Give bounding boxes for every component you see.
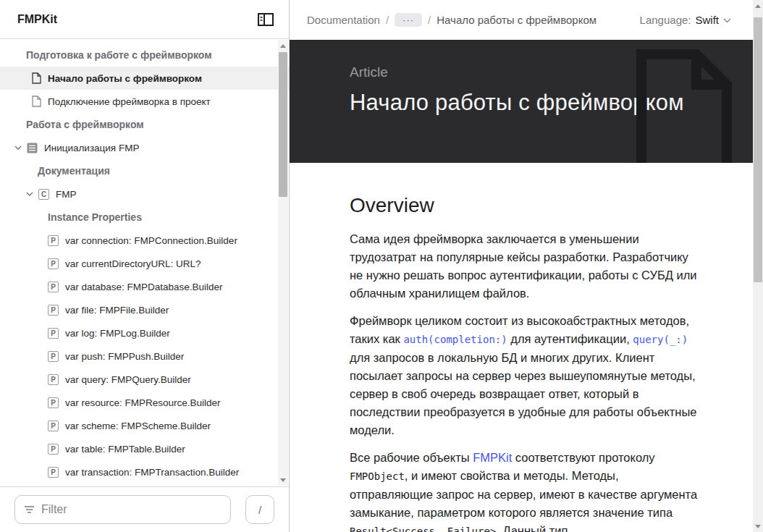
sidebar-item[interactable]: Начало работы с фреймворком bbox=[0, 67, 289, 90]
language-value: Swift bbox=[695, 14, 719, 26]
property-badge-icon: P bbox=[48, 421, 59, 431]
filter-shortcut-key[interactable]: / bbox=[245, 495, 274, 524]
sidebar-section-header: Работа с фреймворком bbox=[0, 113, 289, 136]
sidebar-item-label: var file: FMPFile.Builder bbox=[65, 305, 169, 316]
sidebar-nav: Подготовка к работе с фреймворкомНачало … bbox=[0, 39, 289, 486]
article-body: Сама идея фреймворка заключается в умень… bbox=[350, 230, 699, 532]
breadcrumb-separator: / bbox=[386, 14, 389, 26]
sidebar: FMPKit Подготовка к работе с фреймворком… bbox=[0, 0, 290, 532]
breadcrumb-documentation[interactable]: Documentation bbox=[307, 14, 380, 26]
scroll-up-arrow-icon[interactable] bbox=[278, 40, 288, 51]
sidebar-item[interactable]: Pvar database: FMPDatabase.Builder bbox=[0, 275, 289, 298]
filter-icon bbox=[24, 505, 35, 514]
filter-input-box[interactable] bbox=[14, 495, 231, 524]
sidebar-item[interactable]: Pvar currentDirectoryURL: URL? bbox=[0, 252, 289, 275]
topbar: Documentation / ··· / Начало работы с фр… bbox=[290, 0, 763, 40]
breadcrumb-ellipsis-button[interactable]: ··· bbox=[395, 13, 422, 27]
document-watermark-icon bbox=[634, 48, 734, 163]
property-badge-icon: P bbox=[48, 328, 59, 339]
article-paragraph: Фреймворк целиком состоит из высокоабстр… bbox=[350, 312, 699, 439]
chevron-down-icon bbox=[14, 145, 22, 150]
chevron-down-icon bbox=[26, 192, 33, 196]
property-badge-icon: P bbox=[48, 444, 59, 455]
filter-input[interactable] bbox=[41, 503, 222, 516]
sidebar-item[interactable]: Pvar connection: FMPConnection.Builder bbox=[0, 229, 289, 252]
code-symbol-link[interactable]: auth(completion:) bbox=[403, 334, 507, 345]
sidebar-scrollbar[interactable] bbox=[278, 40, 288, 486]
article-paragraph: Все рабочие объекты FMPKit соответствуют… bbox=[350, 449, 699, 532]
scroll-up-arrow-icon[interactable] bbox=[753, 0, 763, 12]
property-badge-icon: P bbox=[48, 374, 59, 385]
sidebar-section-header: Instance Properties bbox=[0, 206, 289, 229]
sidebar-section-header: Подготовка к работе с фреймворком bbox=[0, 43, 289, 67]
sidebar-item-label: var push: FMPPush.Builder bbox=[65, 351, 184, 362]
text-run: для запросов в локальную БД и многих дру… bbox=[350, 351, 696, 436]
sidebar-item-label: var connection: FMPConnection.Builder bbox=[65, 235, 237, 246]
framework-title[interactable]: FMPKit bbox=[17, 13, 57, 26]
sidebar-item[interactable]: Инициализация FMP bbox=[0, 136, 289, 159]
main-scrollbar-thumb[interactable] bbox=[754, 17, 762, 282]
sidebar-item-label: Инициализация FMP bbox=[44, 143, 139, 153]
sidebar-header: FMPKit bbox=[0, 0, 289, 39]
inline-code: Result<Success, Failure> bbox=[350, 525, 496, 532]
sidebar-section-header: Документация bbox=[0, 159, 289, 182]
sidebar-item[interactable]: Pvar query: FMPQuery.Builder bbox=[0, 368, 289, 391]
framework-link[interactable]: FMPKit bbox=[473, 451, 512, 464]
sidebar-item-label: var database: FMPDatabase.Builder bbox=[65, 282, 223, 292]
sidebar-item-label: var scheme: FMPScheme.Builder bbox=[65, 421, 211, 431]
doc-icon bbox=[32, 72, 41, 84]
filter-bar: / bbox=[0, 486, 289, 532]
main-content: Documentation / ··· / Начало работы с фр… bbox=[290, 0, 763, 532]
inline-code: FMPObject bbox=[350, 470, 405, 482]
property-badge-icon: P bbox=[48, 305, 59, 316]
scroll-down-arrow-icon[interactable] bbox=[278, 474, 288, 486]
sidebar-item[interactable]: Pvar push: FMPPush.Builder bbox=[0, 345, 289, 368]
code-symbol-link[interactable]: query(_:) bbox=[633, 334, 688, 345]
article-paragraph: Сама идея фреймворка заключается в умень… bbox=[350, 230, 699, 303]
text-run: Все рабочие объекты bbox=[350, 451, 473, 464]
scroll-down-arrow-icon[interactable] bbox=[753, 520, 763, 532]
breadcrumb: Documentation / ··· / Начало работы с фр… bbox=[307, 13, 597, 27]
language-selector[interactable]: Language: Swift bbox=[640, 14, 731, 26]
app-window: FMPKit Подготовка к работе с фреймворком… bbox=[0, 0, 763, 532]
sidebar-item[interactable]: Pvar table: FMPTable.Builder bbox=[0, 437, 289, 460]
sidebar-item-label: Подключение фреймворка в проект bbox=[48, 96, 211, 107]
text-run: . Данный тип bbox=[496, 524, 568, 532]
property-badge-icon: P bbox=[48, 351, 59, 362]
property-badge-icon: P bbox=[48, 397, 59, 408]
sidebar-item-label: var currentDirectoryURL: URL? bbox=[65, 258, 201, 269]
sidebar-item[interactable]: Pvar log: FMPLog.Builder bbox=[0, 321, 289, 345]
article-section: Overview Сама идея фреймворка заключаетс… bbox=[290, 163, 753, 532]
overview-heading: Overview bbox=[350, 194, 753, 217]
main-scrollbar[interactable] bbox=[753, 0, 763, 532]
language-label: Language: bbox=[640, 14, 691, 26]
sidebar-item-label: FMP bbox=[56, 189, 77, 200]
article-hero: Article Начало работы с фреймворком bbox=[290, 40, 753, 163]
sidebar-item[interactable]: Подключение фреймворка в проект bbox=[0, 90, 289, 113]
property-badge-icon: P bbox=[48, 282, 59, 292]
class-badge-icon: C bbox=[38, 189, 49, 200]
sidebar-item[interactable]: Pvar resource: FMPResource.Builder bbox=[0, 391, 289, 414]
sidebar-item-label: var transaction: FMPTransaction.Builder bbox=[65, 467, 239, 478]
property-badge-icon: P bbox=[48, 235, 59, 246]
sidebar-toggle-button[interactable] bbox=[257, 12, 274, 28]
sidebar-item[interactable]: CFMP bbox=[0, 182, 289, 206]
breadcrumb-separator: / bbox=[428, 14, 431, 26]
text-run: для аутентификации, bbox=[507, 332, 633, 345]
sidebar-item[interactable]: Pvar file: FMPFile.Builder bbox=[0, 298, 289, 321]
sidebar-item-label: var resource: FMPResource.Builder bbox=[65, 397, 221, 408]
sidebar-item[interactable]: Pvar transaction: FMPTransaction.Builder bbox=[0, 460, 289, 484]
sidebar-item-label: var log: FMPLog.Builder bbox=[65, 328, 170, 339]
article-icon bbox=[27, 143, 38, 153]
sidebar-scrollbar-thumb[interactable] bbox=[279, 52, 287, 197]
property-badge-icon: P bbox=[48, 258, 59, 269]
text-run: соответствуют протоколу bbox=[512, 451, 654, 464]
sidebar-item-label: Начало работы с фреймворком bbox=[48, 73, 202, 84]
text-run: Сама идея фреймворка заключается в умень… bbox=[350, 232, 697, 300]
sidebar-toggle-icon bbox=[258, 13, 274, 26]
sidebar-item[interactable]: Pvar scheme: FMPScheme.Builder bbox=[0, 414, 289, 437]
sidebar-item-label: var query: FMPQuery.Builder bbox=[65, 374, 191, 385]
sidebar-item-label: var table: FMPTable.Builder bbox=[65, 444, 185, 455]
property-badge-icon: P bbox=[48, 467, 59, 478]
chevron-down-icon bbox=[723, 18, 731, 23]
